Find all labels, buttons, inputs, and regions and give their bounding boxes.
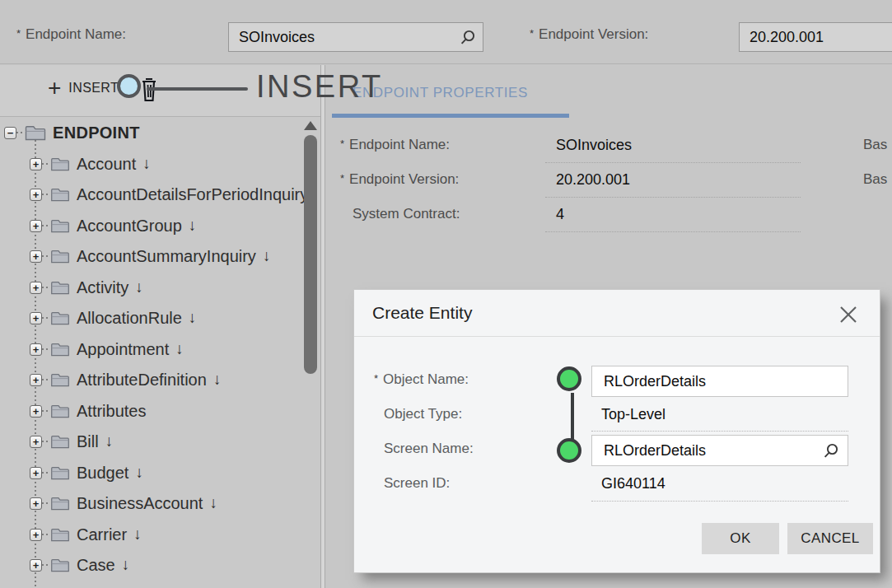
tree-item-label[interactable]: Attributes bbox=[77, 402, 146, 421]
tree-item-label[interactable]: AccountSummaryInquiry bbox=[77, 247, 256, 266]
annotation-callout-line bbox=[147, 87, 248, 91]
folder-icon bbox=[50, 497, 70, 511]
down-arrow: ↓ bbox=[122, 556, 130, 574]
endpoint-version-input-box bbox=[739, 22, 892, 52]
expand-icon[interactable]: + bbox=[30, 405, 42, 418]
tree-connector bbox=[42, 564, 50, 566]
object-name-input[interactable] bbox=[604, 373, 839, 390]
tree-item-label[interactable]: AttributeDefinition bbox=[77, 371, 207, 390]
expand-icon[interactable]: + bbox=[30, 282, 42, 294]
tree-connector bbox=[42, 255, 50, 257]
tree-item-label[interactable]: Appointment bbox=[77, 340, 169, 359]
down-arrow: ↓ bbox=[213, 371, 222, 389]
tree-connector bbox=[16, 132, 25, 133]
tree-row: + Attributes bbox=[30, 399, 152, 423]
screen-name-input[interactable] bbox=[604, 442, 822, 460]
tree-item-label[interactable]: Bill bbox=[77, 432, 99, 451]
object-name-input-box bbox=[591, 366, 848, 397]
tree-row: + Carrier ↓ bbox=[30, 522, 142, 547]
object-type-value: Top-Level bbox=[601, 406, 665, 423]
tree-row: + Account ↓ bbox=[30, 152, 151, 176]
collapse-icon[interactable]: − bbox=[4, 127, 16, 139]
expand-icon[interactable]: + bbox=[30, 343, 42, 356]
tree-item-label[interactable]: Account bbox=[77, 155, 136, 174]
folder-icon bbox=[50, 281, 70, 295]
insert-button[interactable]: + INSERT bbox=[48, 77, 119, 100]
down-arrow: ↓ bbox=[263, 247, 271, 265]
property-label: System Contract: bbox=[353, 206, 460, 222]
panel-divider bbox=[325, 65, 325, 588]
tree-row: + Case ↓ bbox=[30, 553, 129, 577]
folder-icon bbox=[50, 157, 70, 171]
tree-item-label[interactable]: Carrier bbox=[77, 525, 127, 544]
cancel-button[interactable]: CANCEL bbox=[787, 523, 873, 554]
expand-icon[interactable]: + bbox=[30, 467, 42, 479]
property-label-clipped: Bas bbox=[863, 171, 887, 188]
tree-connector-line bbox=[35, 140, 36, 588]
down-arrow: ↓ bbox=[142, 155, 151, 173]
tree-row: + Appointment ↓ bbox=[30, 337, 184, 362]
expand-icon[interactable]: + bbox=[30, 312, 42, 324]
plus-icon: + bbox=[48, 77, 61, 100]
tree-item-label[interactable]: Activity bbox=[77, 278, 128, 297]
endpoint-version-label: Endpoint Version: bbox=[539, 26, 648, 43]
endpoint-name-input-box bbox=[228, 22, 483, 52]
down-arrow: ↓ bbox=[135, 278, 143, 296]
tree-connector bbox=[42, 163, 50, 165]
expand-icon[interactable]: + bbox=[30, 529, 42, 541]
folder-icon bbox=[50, 311, 70, 325]
entity-tree: − ENDPOINT + Account ↓ + AccountDetailsF… bbox=[0, 117, 320, 588]
scrollbar-up-arrow[interactable] bbox=[304, 121, 317, 130]
required-marker: * bbox=[374, 372, 378, 385]
tree-connector bbox=[42, 194, 50, 195]
down-arrow: ↓ bbox=[209, 494, 217, 512]
insert-button-label: INSERT bbox=[68, 81, 119, 96]
tree-item-label[interactable]: Case bbox=[77, 556, 115, 575]
tree-row: + AccountDetailsForPeriodInquiry bbox=[30, 182, 315, 207]
tree-item-label[interactable]: ENDPOINT bbox=[53, 124, 140, 142]
tree-item-label[interactable]: AllocationRule bbox=[77, 309, 182, 328]
expand-icon[interactable]: + bbox=[30, 497, 42, 510]
expand-icon[interactable]: + bbox=[30, 220, 42, 232]
down-arrow: ↓ bbox=[189, 217, 197, 235]
search-icon[interactable] bbox=[459, 29, 476, 46]
folder-icon bbox=[50, 528, 70, 542]
folder-icon bbox=[50, 219, 70, 233]
dialog-header-divider bbox=[354, 336, 880, 337]
expand-icon[interactable]: + bbox=[30, 436, 42, 448]
annotation-marker-object-name bbox=[557, 366, 581, 391]
folder-icon bbox=[50, 404, 70, 418]
tree-connector bbox=[42, 534, 50, 535]
down-arrow: ↓ bbox=[133, 525, 142, 544]
field-underline bbox=[545, 162, 801, 163]
endpoint-name-input[interactable] bbox=[239, 29, 459, 46]
tree-item-label[interactable]: AccountGroup bbox=[77, 217, 182, 236]
property-value: 20.200.001 bbox=[556, 171, 630, 189]
expand-icon[interactable]: + bbox=[30, 189, 42, 201]
required-marker: * bbox=[530, 27, 534, 40]
expand-icon[interactable]: + bbox=[30, 158, 42, 170]
tree-item-label[interactable]: Budget bbox=[77, 464, 128, 483]
dialog-title: Create Entity bbox=[372, 303, 472, 323]
tree-item-label[interactable]: BusinessAccount bbox=[77, 494, 203, 513]
expand-icon[interactable]: + bbox=[30, 250, 42, 263]
required-marker: * bbox=[340, 172, 344, 184]
tree-root-row: − ENDPOINT bbox=[4, 120, 140, 145]
tree-row: + Budget ↓ bbox=[30, 460, 143, 485]
tree-row: + Bill ↓ bbox=[30, 429, 113, 454]
endpoint-version-input[interactable] bbox=[750, 29, 892, 46]
expand-icon[interactable]: + bbox=[30, 374, 42, 386]
ok-button[interactable]: OK bbox=[702, 523, 779, 554]
expand-icon[interactable]: + bbox=[30, 559, 42, 572]
field-underline bbox=[545, 231, 801, 232]
property-value: SOInvoices bbox=[556, 137, 632, 154]
folder-icon bbox=[50, 466, 70, 480]
down-arrow: ↓ bbox=[135, 464, 143, 482]
tree-row: + AttributeDefinition ↓ bbox=[30, 367, 221, 392]
tree-item-label[interactable]: AccountDetailsForPeriodInquiry bbox=[77, 185, 308, 204]
search-icon[interactable] bbox=[822, 442, 839, 460]
close-icon[interactable] bbox=[838, 305, 858, 324]
tree-connector bbox=[42, 410, 50, 412]
tree-row: + AllocationRule ↓ bbox=[30, 306, 196, 330]
scrollbar-thumb[interactable] bbox=[304, 135, 317, 374]
